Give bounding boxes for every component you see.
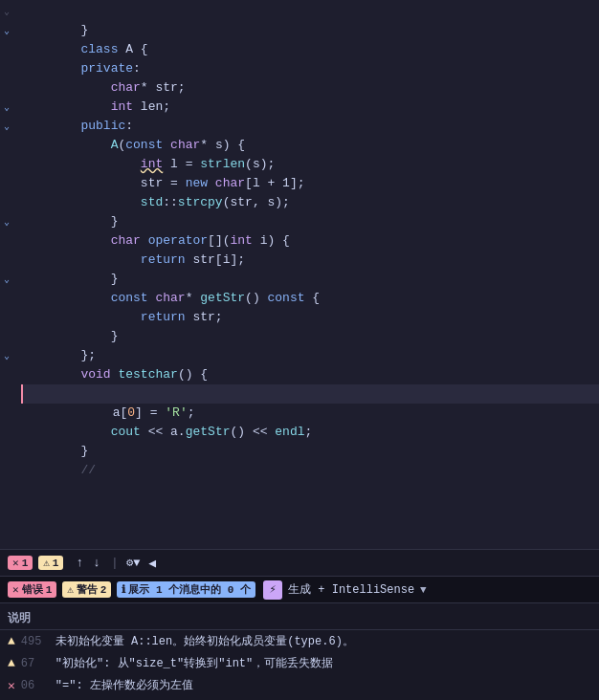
error-row-495[interactable]: ▲ 495 未初始化变量 A::len。始终初始化成员变量(type.6)。 (0, 630, 599, 652)
toolbar-separator: | (111, 556, 119, 570)
code-line: private: (21, 40, 599, 59)
status-error-badge[interactable]: ✕ 错误 1 (8, 581, 56, 598)
warning-icon: ⚠ (43, 557, 50, 569)
error-count: 1 (22, 558, 29, 569)
code-line: A a("regina"); (21, 365, 599, 384)
scroll-left-button[interactable]: ◀ (145, 555, 159, 572)
status-info-text: 展示 1 个消息中的 0 个 (128, 582, 251, 597)
navigate-down-button[interactable]: ↓ (90, 555, 103, 571)
code-line: void testchar() { (21, 346, 599, 365)
error-indicator[interactable]: ✕ 1 (8, 556, 33, 570)
code-gutter: ⌄ ⌄ ⌄ ⌄ ⌄ ⌄ ⌄ (0, 2, 13, 549)
code-line: } (21, 251, 599, 270)
error-panel-header-row: 说明 (0, 607, 599, 630)
code-line: return str; (21, 289, 599, 308)
code-line: } (21, 423, 599, 442)
code-line: cout << a.getStr() << endl; (21, 404, 599, 423)
error-code-67: 67 (21, 657, 50, 670)
code-line: class A { (21, 21, 599, 40)
status-warning-num: 2 (100, 584, 107, 596)
code-line: }; (21, 327, 599, 346)
code-line: int l = strlen(s); (21, 136, 599, 155)
code-line: char operator[](int i) { (21, 212, 599, 231)
code-line: return str[i]; (21, 231, 599, 251)
error-icon-06: ✕ (8, 678, 15, 693)
code-line: // (21, 442, 599, 461)
status-warning-icon: ⚠ (67, 583, 74, 596)
code-line: const char* getStr() const { (21, 270, 599, 289)
code-line: str = new char[l + 1]; (21, 155, 599, 174)
code-line: int len; (21, 78, 599, 98)
intellisense-icon-label: ⚡ (269, 582, 276, 597)
warning-icon-495: ▲ (8, 634, 15, 648)
error-icon: ✕ (12, 557, 19, 569)
error-code-495: 495 (21, 635, 50, 648)
status-warning-badge[interactable]: ⚠ 警告 2 (62, 581, 111, 598)
error-msg-495: 未初始化变量 A::len。始终初始化成员变量(type.6)。 (55, 633, 354, 649)
warning-count: 1 (53, 558, 59, 569)
warning-icon-67: ▲ (8, 656, 15, 670)
error-row-67[interactable]: ▲ 67 "初始化": 从"size_t"转换到"int"，可能丢失数据 (0, 652, 599, 674)
error-code-06: 06 (21, 679, 50, 692)
navigate-up-button[interactable]: ↑ (73, 555, 86, 571)
error-msg-06: "=": 左操作数必须为左值 (55, 677, 193, 693)
code-line: } (21, 193, 599, 212)
filter-button[interactable]: ⚙▼ (126, 556, 140, 570)
error-msg-67: "初始化": 从"size_t"转换到"int"，可能丢失数据 (55, 655, 333, 671)
status-error-num: 1 (46, 584, 53, 596)
error-panel: 说明 ▲ 495 未初始化变量 A::len。始终初始化成员变量(type.6)… (0, 602, 599, 700)
status-warning-label: 警告 (77, 582, 98, 597)
code-line: std::strcpy(str, s); (21, 174, 599, 193)
error-row-06[interactable]: ✕ 06 "=": 左操作数必须为左值 (0, 674, 599, 696)
code-line: char* str; (21, 59, 599, 78)
code-editor[interactable]: ⌄ ⌄ ⌄ ⌄ ⌄ ⌄ ⌄ (0, 0, 599, 576)
status-error-icon: ✕ (12, 583, 19, 596)
code-line: } (21, 308, 599, 327)
code-line: } (21, 2, 599, 21)
code-line: public: (21, 98, 599, 117)
build-label: 生成 + IntelliSense (288, 581, 414, 598)
code-line: A(const char* s) { (21, 117, 599, 136)
status-info-badge[interactable]: ℹ 展示 1 个消息中的 0 个 (117, 581, 255, 598)
build-dropdown[interactable]: ▼ (420, 584, 427, 596)
code-line-active: a[0] = 'R'; (21, 384, 599, 404)
status-bar: ✕ 错误 1 ⚠ 警告 2 ℹ 展示 1 个消息中的 0 个 ⚡ 生成 + In… (0, 576, 599, 602)
warning-indicator[interactable]: ⚠ 1 (38, 556, 63, 570)
intellisense-icon[interactable]: ⚡ (263, 580, 282, 600)
status-info-icon: ℹ (122, 583, 125, 596)
status-error-label: 错误 (22, 582, 43, 597)
editor-toolbar: ✕ 1 ⚠ 1 ↑ ↓ | ⚙▼ ◀ (0, 549, 599, 576)
section-label: 说明 (8, 610, 31, 626)
code-lines[interactable]: } class A { private: char* str; int len;… (13, 2, 599, 549)
